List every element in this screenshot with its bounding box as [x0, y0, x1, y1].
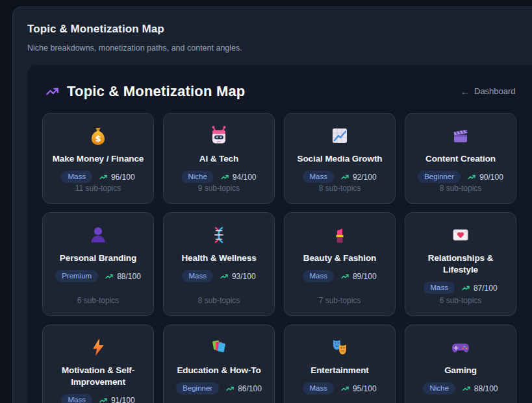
- badge-row: Beginner 90/100: [418, 171, 503, 183]
- topic-title: AI & Tech: [199, 153, 238, 165]
- subtopic-count: 8 sub-topics: [198, 296, 240, 306]
- score-value: 86/100: [238, 384, 262, 393]
- topic-score: 94/100: [220, 173, 257, 182]
- trending-up-icon: [220, 273, 229, 280]
- score-value: 88/100: [474, 384, 498, 393]
- trending-up-icon: [45, 85, 60, 98]
- lipstick-icon: [328, 223, 351, 247]
- score-value: 93/100: [232, 272, 256, 281]
- bust-silhouette-icon: [86, 223, 110, 247]
- trending-up-icon: [225, 385, 234, 393]
- topic-card[interactable]: $ Make Money / Finance Mass 96/100 11 su…: [42, 113, 154, 204]
- score-value: 88/100: [117, 272, 141, 281]
- subtopic-count: 6 sub-topics: [77, 296, 120, 306]
- topic-score: 95/100: [340, 384, 377, 393]
- badge-row: Premium 88/100: [55, 270, 141, 282]
- topic-card[interactable]: AI & Tech Niche 94/100 9 sub-topics: [163, 113, 275, 204]
- lightning-bolt-icon: [86, 335, 110, 360]
- audience-badge: Beginner: [418, 171, 461, 183]
- topic-score: 88/100: [462, 384, 498, 393]
- books-icon: [207, 335, 231, 360]
- badge-row: Mass 92/100: [303, 171, 376, 183]
- trending-up-icon: [220, 173, 229, 181]
- badge-row: Niche 94/100: [181, 171, 256, 183]
- topic-title: Motivation & Self-Improvement: [49, 365, 147, 388]
- badge-row: Mass 91/100: [61, 394, 134, 403]
- topic-title: Personal Branding: [60, 252, 136, 264]
- topic-title: Entertainment: [310, 365, 368, 376]
- score-value: 96/100: [111, 173, 135, 182]
- trending-up-icon: [340, 385, 349, 393]
- trending-up-icon: [467, 173, 476, 181]
- topic-score: 92/100: [340, 173, 377, 182]
- topic-title: Gaming: [444, 365, 477, 376]
- audience-badge: Niche: [181, 171, 213, 183]
- topic-card[interactable]: Health & Wellness Mass 93/100 8 sub-topi…: [163, 212, 275, 316]
- audience-badge: Mass: [303, 382, 333, 395]
- topic-card[interactable]: Relationships & Lifestyle Mass 87/100 6 …: [405, 212, 516, 316]
- audience-badge: Premium: [55, 270, 98, 282]
- subtopic-count: 8 sub-topics: [319, 184, 361, 194]
- trending-up-icon: [99, 173, 108, 181]
- audience-badge: Mass: [61, 171, 92, 183]
- svg-text:$: $: [95, 134, 101, 143]
- performing-arts-icon: [328, 335, 351, 360]
- subtopic-count: 6 sub-topics: [440, 296, 482, 306]
- topic-title: Beauty & Fashion: [303, 252, 376, 264]
- audience-badge: Niche: [423, 382, 455, 395]
- subtopic-count: 7 sub-topics: [319, 296, 361, 306]
- topic-card[interactable]: Education & How-To Beginner 86/100: [163, 324, 275, 403]
- page-title: Topic & Monetization Map: [27, 23, 164, 36]
- robot-icon: [207, 123, 231, 148]
- page-subtitle: Niche breakdowns, monetization paths, an…: [27, 43, 242, 53]
- audience-badge: Beginner: [176, 382, 219, 395]
- topic-grid: $ Make Money / Finance Mass 96/100 11 su…: [42, 113, 516, 403]
- back-link-label: Dashboard: [474, 86, 516, 96]
- subtopic-count: 11 sub-topics: [75, 184, 121, 194]
- score-value: 91/100: [111, 396, 135, 403]
- topic-card[interactable]: Beauty & Fashion Mass 89/100 7 sub-topic…: [284, 212, 396, 316]
- badge-row: Mass 96/100: [61, 171, 134, 183]
- chart-increasing-icon: [328, 123, 351, 148]
- back-to-dashboard-link[interactable]: ← Dashboard: [461, 86, 516, 96]
- topic-card[interactable]: Motivation & Self-Improvement Mass 91/10…: [42, 324, 154, 403]
- topic-title: Health & Wellness: [181, 252, 256, 264]
- topic-card[interactable]: Social Media Growth Mass 92/100 8 sub-to…: [284, 113, 396, 204]
- badge-row: Niche 88/100: [423, 382, 498, 395]
- topic-map-panel: Topic & Monetization Map Niche breakdown…: [12, 6, 532, 403]
- audience-badge: Mass: [61, 394, 92, 403]
- audience-badge: Mass: [303, 171, 333, 183]
- trending-up-icon: [462, 385, 471, 393]
- trending-up-icon: [340, 173, 349, 181]
- topic-title: Make Money / Finance: [53, 153, 144, 165]
- dna-icon: [207, 223, 231, 247]
- badge-row: Mass 89/100: [303, 270, 376, 282]
- trending-up-icon: [461, 284, 470, 292]
- clapper-board-icon: [449, 123, 472, 148]
- trending-up-icon: [99, 397, 108, 403]
- trending-up-icon: [340, 273, 349, 280]
- topic-card[interactable]: Gaming Niche 88/100: [405, 324, 516, 403]
- subtopic-count: 9 sub-topics: [198, 184, 240, 194]
- topic-title: Content Creation: [425, 153, 496, 165]
- audience-badge: Mass: [303, 270, 333, 282]
- topic-title: Education & How-To: [177, 365, 260, 376]
- trending-up-icon: [105, 273, 114, 280]
- badge-row: Mass 93/100: [182, 270, 255, 282]
- topic-score: 91/100: [99, 396, 135, 403]
- topic-title: Social Media Growth: [298, 153, 383, 165]
- score-value: 92/100: [353, 173, 377, 182]
- left-arrow-icon: ←: [461, 87, 470, 96]
- topic-card[interactable]: Content Creation Beginner 90/100 8 sub-t…: [405, 113, 516, 204]
- topic-map-section: Topic & Monetization Map ← Dashboard $ M…: [28, 65, 532, 403]
- topic-card[interactable]: Personal Branding Premium 88/100 6 sub-t…: [42, 212, 154, 316]
- topic-card[interactable]: Entertainment Mass 95/100: [284, 324, 396, 403]
- subtopic-count: 8 sub-topics: [440, 184, 482, 194]
- score-value: 95/100: [353, 384, 377, 393]
- score-value: 94/100: [233, 173, 257, 182]
- audience-badge: Mass: [424, 282, 454, 294]
- audience-badge: Mass: [182, 270, 212, 282]
- topic-title: Relationships & Lifestyle: [412, 252, 509, 276]
- score-value: 87/100: [474, 284, 498, 293]
- topic-score: 86/100: [225, 384, 262, 393]
